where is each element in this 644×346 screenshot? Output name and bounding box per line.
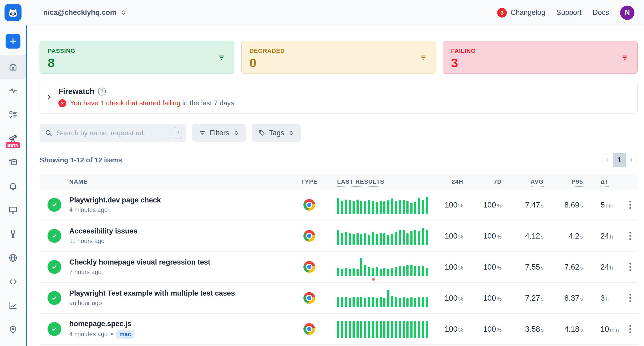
search-box[interactable]: /	[40, 124, 186, 142]
result-bar[interactable]	[368, 267, 370, 276]
result-bar[interactable]	[380, 321, 382, 338]
result-bar[interactable]	[357, 269, 359, 276]
sidebar-item-explore-beta[interactable]: BETA	[0, 127, 26, 150]
result-bar[interactable]	[403, 266, 405, 276]
result-bar[interactable]	[341, 233, 343, 245]
result-bar[interactable]	[383, 298, 385, 307]
result-bar[interactable]	[376, 321, 378, 338]
result-bar[interactable]	[406, 265, 409, 276]
result-bar[interactable]	[353, 201, 355, 214]
result-bar[interactable]	[345, 232, 347, 245]
result-bar[interactable]	[395, 201, 397, 214]
degraded-card[interactable]: DEGRADED 0	[241, 41, 436, 74]
result-bar[interactable]	[353, 268, 355, 276]
result-bar[interactable]	[383, 201, 385, 214]
user-avatar[interactable]: N	[620, 6, 634, 20]
result-bar[interactable]	[383, 321, 385, 338]
result-bar[interactable]	[406, 233, 409, 245]
result-bar[interactable]	[372, 201, 374, 214]
result-bar[interactable]	[345, 297, 347, 307]
result-bar[interactable]	[410, 321, 413, 338]
result-bar[interactable]	[395, 267, 397, 276]
result-bar[interactable]	[391, 321, 393, 338]
result-bar[interactable]	[426, 197, 428, 214]
create-new-button[interactable]	[6, 34, 20, 49]
result-bar[interactable]	[399, 230, 401, 245]
result-bar[interactable]	[395, 232, 397, 245]
sidebar-item-alerts[interactable]	[0, 174, 26, 198]
result-bar[interactable]	[387, 290, 389, 307]
row-actions-kebab-menu[interactable]	[627, 199, 633, 211]
result-bar[interactable]	[341, 297, 343, 307]
result-bar[interactable]	[380, 233, 382, 245]
result-bar[interactable]	[391, 198, 393, 214]
result-bar[interactable]	[418, 198, 420, 214]
account-switcher[interactable]: nica@checklyhq.com	[43, 8, 127, 17]
result-bar[interactable]	[372, 268, 374, 276]
sidebar-item-snippets[interactable]	[0, 270, 26, 294]
sidebar-item-private-locations[interactable]	[0, 246, 26, 270]
result-bar[interactable]	[372, 297, 374, 307]
result-bar[interactable]	[353, 321, 355, 338]
sidebar-item-dashboards[interactable]	[0, 198, 26, 222]
result-bar[interactable]	[395, 297, 397, 307]
result-bar[interactable]	[418, 266, 420, 276]
result-bar[interactable]	[372, 232, 374, 245]
result-bar[interactable]	[422, 228, 424, 245]
result-bar[interactable]	[357, 321, 359, 338]
result-bar[interactable]	[341, 201, 343, 214]
tag-badge-mac[interactable]: mac	[116, 330, 134, 339]
result-bar[interactable]	[368, 321, 370, 338]
result-bar[interactable]	[399, 321, 401, 338]
result-bar[interactable]	[360, 321, 362, 338]
docs-link[interactable]: Docs	[593, 8, 609, 17]
result-bar[interactable]	[399, 266, 401, 276]
result-bar[interactable]	[357, 297, 359, 307]
result-bar[interactable]	[341, 269, 343, 276]
sidebar-item-test-sessions[interactable]	[0, 103, 26, 127]
result-bar[interactable]	[406, 321, 409, 338]
result-bar[interactable]	[387, 235, 389, 245]
result-bar[interactable]	[368, 297, 370, 307]
result-bar[interactable]	[422, 297, 424, 307]
result-bar[interactable]	[383, 233, 385, 245]
result-bar[interactable]	[337, 198, 339, 214]
result-bar[interactable]	[345, 268, 347, 276]
current-page[interactable]: 1	[613, 153, 626, 167]
result-bar[interactable]	[403, 200, 405, 214]
result-bar[interactable]	[364, 201, 366, 214]
result-bar[interactable]	[372, 321, 374, 338]
result-bar[interactable]	[418, 231, 420, 245]
column-p95[interactable]: P95	[544, 178, 583, 185]
column-delta-t[interactable]: ΔT	[583, 178, 623, 185]
changelog-link[interactable]: 3 Changelog	[497, 8, 545, 18]
result-bar[interactable]	[341, 321, 343, 338]
result-bar[interactable]	[399, 298, 401, 307]
result-bar[interactable]	[399, 200, 401, 214]
sidebar-item-checks[interactable]	[0, 79, 26, 103]
result-bar[interactable]	[410, 231, 413, 245]
result-bar[interactable]	[410, 203, 413, 214]
previous-page-button[interactable]	[601, 153, 613, 167]
result-bar[interactable]	[380, 201, 382, 214]
result-bar[interactable]	[357, 200, 359, 214]
filters-button[interactable]: Filters	[192, 124, 246, 142]
result-bar[interactable]	[380, 297, 382, 307]
row-actions-kebab-menu[interactable]	[627, 323, 633, 335]
result-bar[interactable]	[387, 321, 389, 338]
result-bar[interactable]	[357, 233, 359, 245]
result-bar[interactable]	[345, 321, 347, 338]
result-bar[interactable]	[406, 201, 409, 214]
row-actions-kebab-menu[interactable]	[627, 292, 633, 304]
result-bar[interactable]	[387, 269, 389, 276]
result-bar[interactable]	[360, 258, 362, 276]
result-bar[interactable]	[349, 321, 351, 338]
result-bar[interactable]	[337, 297, 339, 307]
sidebar-item-locations[interactable]	[0, 318, 26, 341]
result-bar[interactable]	[414, 321, 416, 338]
result-bar[interactable]	[368, 235, 370, 245]
result-bar[interactable]	[376, 202, 378, 214]
sidebar-item-maintenance[interactable]	[0, 222, 26, 246]
row-actions-kebab-menu[interactable]	[627, 230, 633, 242]
result-bar[interactable]	[376, 234, 378, 245]
